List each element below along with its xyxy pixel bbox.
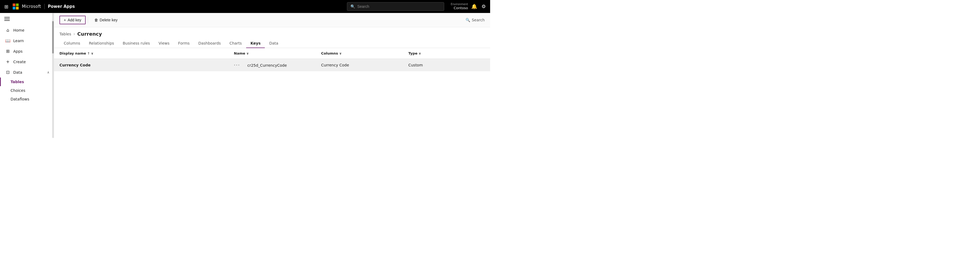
content-area: + Add key 🗑 Delete key 🔍 Search Tables ›…: [54, 13, 490, 138]
sidebar-sub-dataflows-label: Dataflows: [11, 97, 29, 101]
sidebar-sub-tables-label: Tables: [11, 80, 24, 84]
sidebar-sub-dataflows[interactable]: Dataflows: [0, 95, 54, 103]
tab-data[interactable]: Data: [265, 39, 282, 48]
sidebar: ⌂ Home 📖 Learn ⊞ Apps + Create ⊡ Data ∧ …: [0, 13, 54, 138]
env-label: Environment: [451, 2, 468, 6]
sort-columns-icon: ∨: [339, 52, 342, 56]
svg-rect-2: [4, 20, 10, 21]
environment-block: Environment Contoso: [451, 2, 468, 11]
cell-display-name: Currency Code: [54, 59, 229, 71]
tab-forms[interactable]: Forms: [174, 39, 194, 48]
svg-rect-0: [4, 17, 10, 17]
sidebar-item-learn[interactable]: 📖 Learn: [0, 35, 54, 46]
tabs-bar: Columns Relationships Business rules Vie…: [54, 37, 490, 48]
sidebar-sub-choices[interactable]: Choices: [0, 86, 54, 95]
sort-asc-icon: ↑: [87, 52, 90, 56]
delete-key-icon: 🗑: [94, 18, 98, 22]
sidebar-sub-choices-label: Choices: [11, 88, 25, 93]
tab-business-rules[interactable]: Business rules: [118, 39, 154, 48]
breadcrumb-separator: ›: [73, 31, 75, 36]
sidebar-toggle-button[interactable]: [0, 13, 54, 25]
sidebar-item-apps[interactable]: ⊞ Apps: [0, 46, 54, 56]
sidebar-item-learn-label: Learn: [13, 39, 24, 43]
breadcrumb-current: Currency: [77, 31, 102, 37]
data-icon: ⊡: [5, 70, 11, 75]
tab-views[interactable]: Views: [154, 39, 174, 48]
sort-toggle-icon[interactable]: ∨: [91, 52, 94, 56]
tab-dashboards[interactable]: Dashboards: [194, 39, 225, 48]
table-header-row: Display name ↑ ∨ Name ∨: [54, 48, 490, 59]
tab-relationships[interactable]: Relationships: [84, 39, 118, 48]
cell-columns: Currency Code: [316, 59, 403, 71]
delete-key-label: Delete key: [100, 18, 118, 22]
main-layout: ⌂ Home 📖 Learn ⊞ Apps + Create ⊡ Data ∧ …: [0, 13, 490, 138]
toolbar-search-area[interactable]: 🔍 Search: [466, 18, 485, 22]
delete-key-button[interactable]: 🗑 Delete key: [90, 16, 122, 24]
svg-rect-1: [4, 19, 10, 19]
microsoft-logo: [13, 3, 19, 10]
sidebar-scrollbar-thumb[interactable]: [52, 21, 54, 54]
sort-name-icon: ∨: [247, 52, 249, 56]
col-header-type[interactable]: Type ∨: [403, 48, 490, 59]
toolbar-search-label: Search: [472, 18, 485, 22]
home-icon: ⌂: [5, 27, 11, 33]
microsoft-brand: Microsoft: [22, 4, 41, 9]
sort-type-icon: ∨: [418, 52, 421, 56]
app-name: Power Apps: [48, 4, 75, 9]
search-icon: 🔍: [350, 4, 355, 9]
topbar-icons: Environment Contoso 🔔 ⚙: [451, 2, 487, 11]
tab-charts[interactable]: Charts: [225, 39, 246, 48]
col-header-columns[interactable]: Columns ∨: [316, 48, 403, 59]
toolbar-divider: [88, 17, 88, 23]
sidebar-sub-tables[interactable]: Tables: [0, 78, 54, 86]
toolbar: + Add key 🗑 Delete key 🔍 Search: [54, 13, 490, 27]
create-icon: +: [5, 59, 11, 64]
sidebar-item-create[interactable]: + Create: [0, 56, 54, 67]
sidebar-item-create-label: Create: [13, 60, 26, 64]
global-search-box[interactable]: 🔍: [347, 2, 444, 11]
waffle-icon[interactable]: ⊞: [3, 3, 10, 11]
tab-keys[interactable]: Keys: [246, 39, 265, 48]
settings-button[interactable]: ⚙: [480, 2, 487, 11]
hamburger-icon: [4, 16, 10, 22]
sidebar-item-home[interactable]: ⌂ Home: [0, 25, 54, 35]
add-key-button[interactable]: + Add key: [59, 16, 86, 24]
toolbar-search-icon: 🔍: [466, 18, 470, 22]
breadcrumb: Tables › Currency: [54, 27, 490, 37]
col-header-display-name[interactable]: Display name ↑ ∨: [54, 48, 229, 59]
table-area: Display name ↑ ∨ Name ∨: [54, 48, 490, 138]
apps-icon: ⊞: [5, 49, 11, 54]
topbar: ⊞ Microsoft Power Apps 🔍 Environment Con…: [0, 0, 490, 13]
col-header-name[interactable]: Name ∨: [229, 48, 316, 59]
sidebar-item-apps-label: Apps: [13, 49, 23, 54]
tab-columns[interactable]: Columns: [59, 39, 84, 48]
sidebar-item-data[interactable]: ⊡ Data ∧: [0, 67, 54, 78]
sidebar-item-home-label: Home: [13, 28, 24, 32]
cell-type: Custom: [403, 59, 490, 71]
cell-row-actions: ··· cr25d_CurrencyCode: [229, 59, 316, 71]
row-context-menu[interactable]: ···: [234, 62, 240, 68]
notifications-button[interactable]: 🔔: [470, 2, 478, 11]
global-search-input[interactable]: [357, 4, 441, 9]
env-name: Contoso: [453, 6, 468, 11]
sidebar-scrollbar[interactable]: [52, 13, 54, 138]
data-expand-icon: ∧: [47, 70, 49, 74]
breadcrumb-tables-link[interactable]: Tables: [59, 32, 72, 36]
sidebar-item-data-label: Data: [13, 70, 22, 75]
keys-table: Display name ↑ ∨ Name ∨: [54, 48, 490, 71]
table-row[interactable]: Currency Code ··· cr25d_CurrencyCode Cur…: [54, 59, 490, 71]
learn-icon: 📖: [5, 38, 11, 43]
add-key-label: Add key: [68, 18, 81, 22]
add-key-icon: +: [64, 18, 66, 22]
topbar-divider: [44, 4, 45, 9]
